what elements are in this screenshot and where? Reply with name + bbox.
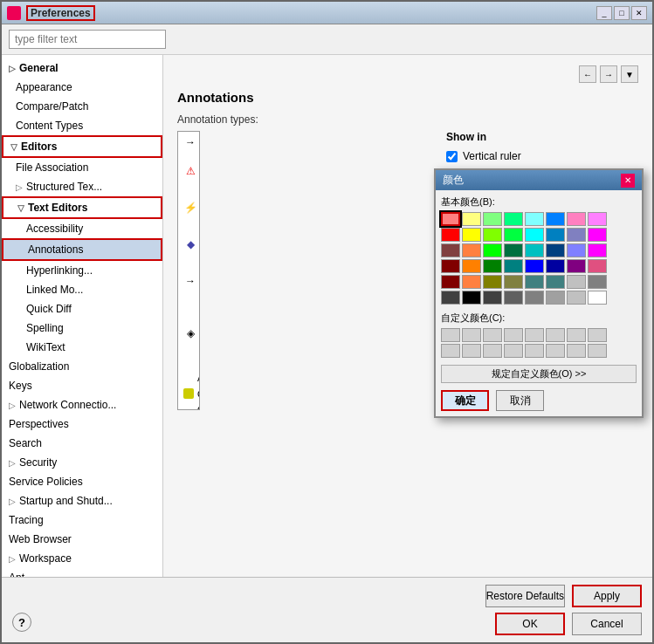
basic-color-cell[interactable] xyxy=(441,212,460,226)
sidebar-item-compare-patch[interactable]: Compare/Patch xyxy=(2,97,162,116)
basic-color-cell[interactable] xyxy=(483,212,502,226)
close-btn[interactable]: ✕ xyxy=(631,6,647,20)
custom-color-cell[interactable] xyxy=(441,328,460,342)
sidebar-item-wikitext[interactable]: WikiText xyxy=(2,338,162,357)
basic-color-cell[interactable] xyxy=(525,275,544,289)
sidebar-item-web-browser[interactable]: Web Browser xyxy=(2,530,162,549)
custom-color-cell[interactable] xyxy=(441,344,460,358)
basic-color-cell[interactable] xyxy=(441,259,460,273)
basic-color-cell[interactable] xyxy=(588,212,607,226)
vertical-ruler-checkbox[interactable] xyxy=(446,151,458,162)
basic-color-cell[interactable] xyxy=(546,259,565,273)
ok-main-btn[interactable]: OK xyxy=(495,613,565,635)
basic-color-cell[interactable] xyxy=(441,243,460,257)
back-btn[interactable]: ← xyxy=(579,65,596,83)
sidebar-item-ant[interactable]: Ant xyxy=(2,568,162,577)
basic-color-cell[interactable] xyxy=(546,291,565,305)
basic-color-cell[interactable] xyxy=(525,228,544,242)
sidebar-item-search[interactable]: Search xyxy=(2,434,162,453)
basic-color-cell[interactable] xyxy=(462,228,481,242)
expand-custom-btn[interactable]: 规定自定义颜色(O) >> xyxy=(441,365,637,383)
basic-color-cell[interactable] xyxy=(567,291,586,305)
custom-color-cell[interactable] xyxy=(462,328,481,342)
basic-color-cell[interactable] xyxy=(588,259,607,273)
sidebar-item-globalization[interactable]: Globalization xyxy=(2,357,162,376)
basic-color-cell[interactable] xyxy=(483,259,502,273)
basic-color-cell[interactable] xyxy=(504,275,523,289)
custom-color-cell[interactable] xyxy=(525,344,544,358)
basic-color-cell[interactable] xyxy=(462,275,481,289)
basic-color-cell[interactable] xyxy=(546,275,565,289)
basic-color-cell[interactable] xyxy=(504,228,523,242)
annotation-ajdt-warnings[interactable]: ⚡ AJDT Warnings xyxy=(178,189,199,226)
basic-color-cell[interactable] xyxy=(462,243,481,257)
basic-color-cell[interactable] xyxy=(483,291,502,305)
menu-btn[interactable]: ▼ xyxy=(621,65,638,83)
basic-color-cell[interactable] xyxy=(504,291,523,305)
custom-color-cell[interactable] xyxy=(588,344,607,358)
custom-color-cell[interactable] xyxy=(504,344,523,358)
sidebar-item-security[interactable]: ▷ Security xyxy=(2,453,162,472)
help-btn[interactable]: ? xyxy=(12,613,31,632)
basic-color-cell[interactable] xyxy=(567,275,586,289)
annotation-aspectj-custom[interactable]: ◈ AspectJ Advice (Custom Image) xyxy=(178,299,199,367)
sidebar-item-annotations[interactable]: Annotations xyxy=(2,238,162,261)
color-dialog-close-btn[interactable]: ✕ xyxy=(621,174,635,188)
basic-color-cell[interactable] xyxy=(441,291,460,305)
basic-color-cell[interactable] xyxy=(588,228,607,242)
basic-color-cell[interactable] xyxy=(462,291,481,305)
minimize-btn[interactable]: _ xyxy=(596,6,612,20)
basic-color-cell[interactable] xyxy=(567,259,586,273)
sidebar-item-quick-diff[interactable]: Quick Diff xyxy=(2,299,162,319)
sidebar-item-text-editors[interactable]: ▽ Text Editors xyxy=(2,196,162,219)
sidebar-item-service-policies[interactable]: Service Policies xyxy=(2,472,162,491)
basic-color-cell[interactable] xyxy=(441,275,460,289)
color-cancel-btn[interactable]: 取消 xyxy=(496,390,544,411)
basic-color-cell[interactable] xyxy=(441,228,460,242)
custom-color-cell[interactable] xyxy=(546,328,565,342)
sidebar-item-structured-text[interactable]: ▷ Structured Tex... xyxy=(2,177,162,196)
basic-color-cell[interactable] xyxy=(483,275,502,289)
sidebar-item-file-assoc[interactable]: File Association xyxy=(2,158,162,177)
apply-btn[interactable]: Apply xyxy=(572,585,642,607)
basic-color-cell[interactable] xyxy=(504,212,523,226)
custom-color-cell[interactable] xyxy=(504,328,523,342)
basic-color-cell[interactable] xyxy=(588,275,607,289)
sidebar-item-spelling[interactable]: Spelling xyxy=(2,319,162,338)
basic-color-cell[interactable] xyxy=(525,259,544,273)
sidebar-item-keys[interactable]: Keys xyxy=(2,376,162,395)
basic-color-cell[interactable] xyxy=(546,228,565,242)
sidebar-item-tracing[interactable]: Tracing xyxy=(2,510,162,530)
annotation-ajdt-errors[interactable]: ⚠ AJDT Errors xyxy=(178,153,199,189)
forward-btn[interactable]: → xyxy=(600,65,617,83)
basic-color-cell[interactable] xyxy=(525,243,544,257)
custom-color-cell[interactable] xyxy=(546,344,565,358)
basic-color-cell[interactable] xyxy=(567,228,586,242)
annotation-aspectj-advice[interactable]: → AspectJ Advice xyxy=(178,263,199,299)
cancel-main-btn[interactable]: Cancel xyxy=(572,613,642,635)
basic-color-cell[interactable] xyxy=(462,259,481,273)
sidebar-item-accessibility[interactable]: Accessibility xyxy=(2,219,162,238)
basic-color-cell[interactable] xyxy=(525,291,544,305)
sidebar-item-appearance[interactable]: Appearance xyxy=(2,78,162,97)
sidebar-item-startup[interactable]: ▷ Startup and Shutd... xyxy=(2,491,162,510)
custom-color-cell[interactable] xyxy=(462,344,481,358)
custom-color-cell[interactable] xyxy=(483,344,502,358)
basic-color-cell[interactable] xyxy=(546,212,565,226)
custom-color-cell[interactable] xyxy=(567,344,586,358)
basic-color-cell[interactable] xyxy=(567,212,586,226)
sidebar-item-general[interactable]: ▷ General xyxy=(2,58,162,78)
basic-color-cell[interactable] xyxy=(504,259,523,273)
sidebar-item-workspace[interactable]: ▷ Workspace xyxy=(2,549,162,568)
restore-defaults-btn[interactable]: Restore Defaults xyxy=(485,585,565,607)
basic-color-cell[interactable] xyxy=(462,212,481,226)
color-ok-btn[interactable]: 确定 xyxy=(441,390,489,411)
annotation-advice[interactable]: → Advice xyxy=(178,132,199,153)
custom-color-cell[interactable] xyxy=(525,328,544,342)
basic-color-cell[interactable] xyxy=(546,243,565,257)
basic-color-cell[interactable] xyxy=(567,243,586,257)
custom-color-cell[interactable] xyxy=(483,328,502,342)
basic-color-cell[interactable] xyxy=(483,228,502,242)
basic-color-cell[interactable] xyxy=(504,243,523,257)
annotation-aspectj-change[interactable]: AspectJ change in crosscutting xyxy=(178,367,199,410)
